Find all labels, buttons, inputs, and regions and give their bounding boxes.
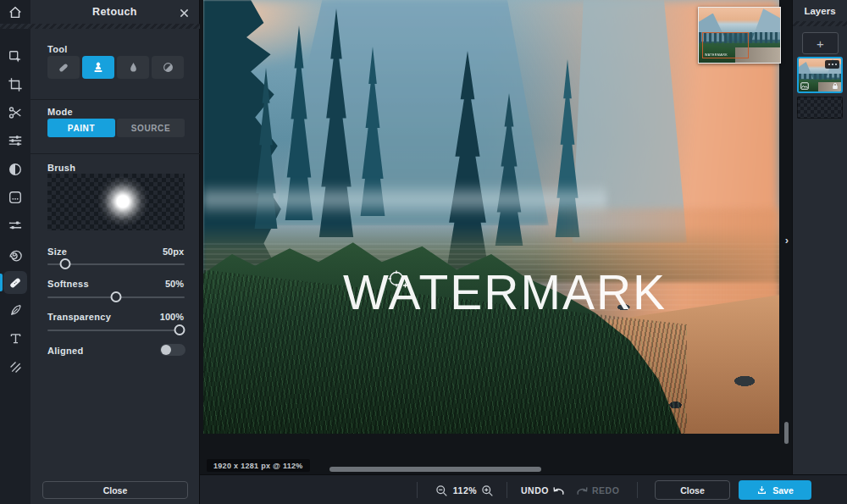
horizontal-scrollbar[interactable] bbox=[329, 467, 541, 472]
adjust-sliders-icon bbox=[8, 133, 23, 148]
section-divider bbox=[30, 99, 200, 100]
brush-section-label: Brush bbox=[47, 163, 75, 173]
clone-stamp-cursor bbox=[387, 269, 409, 291]
sidebar-item-adjust[interactable] bbox=[3, 129, 27, 152]
home-button[interactable] bbox=[4, 3, 26, 23]
tool-dodge-burn-button[interactable] bbox=[152, 56, 184, 79]
tool-clone-stamp-button[interactable] bbox=[82, 56, 114, 79]
retouch-panel: Retouch Tool Mode PAINT SOURCE Brush Siz… bbox=[30, 0, 200, 504]
retouch-panel-header: Retouch bbox=[30, 0, 199, 24]
zoom-in-icon bbox=[481, 485, 494, 497]
scissors-icon bbox=[8, 105, 23, 120]
layer-thumbnail-selected[interactable] bbox=[797, 57, 843, 93]
section-divider bbox=[30, 153, 200, 154]
size-slider-thumb[interactable] bbox=[60, 258, 71, 269]
softness-slider[interactable] bbox=[47, 296, 185, 298]
brush-tip-preview bbox=[47, 174, 185, 230]
minimap-watermark-text: WATERMARK bbox=[705, 53, 728, 57]
redo-button[interactable]: REDO bbox=[576, 483, 619, 498]
contrast-icon bbox=[8, 162, 23, 177]
zoom-out-button[interactable] bbox=[434, 483, 449, 498]
tool-blur-button[interactable] bbox=[117, 56, 149, 79]
crop-icon bbox=[8, 77, 23, 92]
minimap-image: WATERMARK bbox=[699, 8, 780, 63]
retouch-close-button[interactable]: Close bbox=[42, 481, 188, 499]
sidebar-item-toning[interactable] bbox=[3, 158, 27, 180]
sidebar-item-effects[interactable] bbox=[3, 213, 27, 236]
transparency-slider-thumb[interactable] bbox=[174, 324, 185, 335]
bottom-toolbar: 112% UNDO REDO Close Save bbox=[200, 474, 847, 504]
aligned-toggle[interactable] bbox=[160, 344, 185, 356]
app-window: Retouch Tool Mode PAINT SOURCE Brush Siz… bbox=[0, 0, 847, 504]
sidebar-item-crop[interactable] bbox=[3, 73, 27, 96]
sidebar-item-liquify[interactable] bbox=[3, 242, 27, 265]
add-layer-button[interactable]: + bbox=[802, 32, 839, 54]
softness-slider-thumb[interactable] bbox=[111, 291, 122, 302]
save-button[interactable]: Save bbox=[739, 480, 811, 500]
home-icon bbox=[8, 5, 23, 20]
transparency-value: 100% bbox=[160, 312, 184, 322]
bandage-icon bbox=[8, 275, 23, 291]
effects-icon bbox=[8, 218, 23, 233]
sidebar-item-pattern[interactable] bbox=[3, 356, 27, 379]
tool-heal-button[interactable] bbox=[47, 56, 80, 79]
save-download-icon bbox=[756, 485, 767, 496]
panel-close-button[interactable] bbox=[177, 6, 191, 19]
navigator-minimap[interactable]: WATERMARK bbox=[698, 7, 781, 64]
arrange-icon bbox=[8, 49, 23, 64]
layers-divider bbox=[793, 21, 847, 26]
spiral-icon bbox=[8, 246, 23, 262]
layer-thumbnail-empty[interactable] bbox=[797, 97, 843, 119]
layers-panel: Layers + bbox=[792, 0, 847, 474]
minimap-viewport-rect[interactable]: WATERMARK bbox=[702, 32, 749, 58]
tool-rail bbox=[0, 0, 30, 504]
mode-source-button[interactable]: SOURCE bbox=[117, 119, 185, 137]
zoom-in-button[interactable] bbox=[479, 483, 495, 498]
sidebar-item-frames[interactable] bbox=[3, 186, 27, 208]
vertical-scrollbar[interactable] bbox=[784, 422, 789, 444]
zoom-level[interactable]: 112% bbox=[451, 485, 479, 496]
text-icon bbox=[8, 331, 23, 346]
redo-label: REDO bbox=[592, 485, 619, 496]
sidebar-item-draw[interactable] bbox=[3, 299, 27, 322]
aligned-toggle-knob bbox=[161, 345, 171, 355]
undo-label: UNDO bbox=[521, 485, 549, 496]
dodge-burn-icon bbox=[162, 61, 174, 74]
zoom-out-icon bbox=[435, 485, 448, 497]
size-slider[interactable] bbox=[47, 263, 185, 265]
redo-icon bbox=[576, 485, 589, 496]
softness-value: 50% bbox=[165, 279, 184, 289]
layer-menu-button[interactable] bbox=[825, 60, 839, 69]
panel-title: Retouch bbox=[30, 6, 199, 18]
toolbar-divider bbox=[417, 482, 418, 498]
sidebar-item-arrange[interactable] bbox=[3, 45, 27, 68]
mode-paint-button[interactable]: PAINT bbox=[47, 119, 115, 137]
transparency-label: Transparency bbox=[47, 312, 111, 322]
tool-section-label: Tool bbox=[47, 44, 68, 54]
toolbar-divider bbox=[637, 482, 638, 498]
sidebar-item-cutout[interactable] bbox=[3, 101, 27, 124]
brush-preview bbox=[47, 174, 185, 230]
layers-title: Layers bbox=[793, 6, 847, 16]
close-document-button[interactable]: Close bbox=[655, 480, 730, 500]
sidebar-item-retouch[interactable] bbox=[3, 271, 27, 294]
size-value: 50px bbox=[163, 246, 184, 257]
size-label: Size bbox=[47, 246, 67, 257]
close-icon bbox=[180, 8, 189, 18]
undo-icon bbox=[552, 485, 565, 496]
transparency-slider[interactable] bbox=[47, 330, 185, 331]
panel-collapse-chevron-icon[interactable]: › bbox=[782, 232, 792, 247]
save-label: Save bbox=[772, 485, 794, 496]
layer-type-image-icon bbox=[800, 82, 809, 90]
canvas-area[interactable]: WATERMARK WATERMARK 1920 x 1281 px @ 112… bbox=[200, 0, 792, 474]
hatch-icon bbox=[8, 360, 23, 374]
droplet-icon bbox=[127, 61, 140, 74]
layer-lock-icon[interactable] bbox=[832, 82, 839, 90]
canvas-status: 1920 x 1281 px @ 112% bbox=[207, 459, 310, 472]
undo-button[interactable]: UNDO bbox=[521, 483, 565, 498]
header-divider bbox=[0, 24, 200, 29]
feather-icon bbox=[8, 303, 23, 318]
sidebar-item-text[interactable] bbox=[3, 327, 27, 350]
frame-icon bbox=[8, 190, 23, 205]
photo-canvas[interactable]: WATERMARK bbox=[203, 0, 779, 434]
